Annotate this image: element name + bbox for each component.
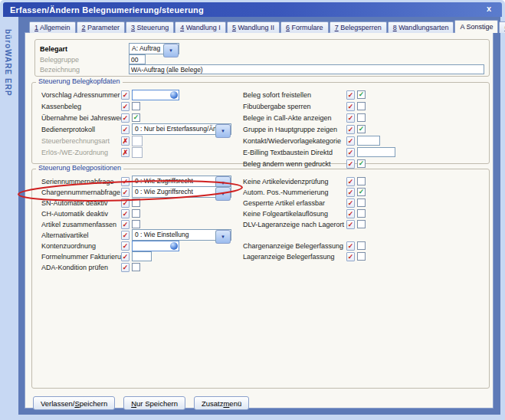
perm-check-icon[interactable]: ✓ [121, 90, 130, 100]
bezeichnung-input[interactable] [129, 64, 484, 74]
checkbox[interactable] [132, 263, 140, 271]
chevron-down-icon[interactable]: ▼ [215, 124, 231, 138]
chevron-down-icon[interactable]: ▼ [163, 44, 179, 57]
checkbox[interactable]: ✓ [357, 90, 366, 99]
vorschlag-adressnummer-input[interactable] [132, 90, 179, 100]
field-label: Keine Artikelevidenzprüfung [243, 178, 346, 185]
tab-sonstige-active[interactable]: A Sonstige [454, 20, 498, 33]
tab-parameter[interactable]: 2 Parameter [77, 21, 126, 33]
perm-check-icon[interactable]: ✓ [346, 177, 355, 186]
form-row: Keine Folgeartikelauflösung ✓ [243, 208, 366, 219]
form-row: Artikel zusammenfassen ✓ [41, 218, 140, 230]
form-row: Übernahme bei Jahreswechsel ✓ ✓ [41, 112, 140, 123]
field-label: Bedienerprotokoll [41, 126, 121, 133]
checkbox[interactable] [357, 220, 366, 228]
perm-check-icon[interactable]: ✓ [121, 102, 130, 111]
ebilling-textbaustein-input[interactable] [357, 147, 395, 157]
checkbox[interactable] [357, 102, 366, 110]
perm-check-icon[interactable]: ✓ [346, 90, 355, 100]
perm-check-icon[interactable]: ✓ [121, 231, 130, 240]
checkbox[interactable] [357, 113, 366, 122]
field-label: Keine Folgeartikelauflösung [243, 210, 346, 218]
field-label: Erlös-/WE-Zuordnung [41, 149, 121, 156]
perm-check-icon[interactable]: ✓ [121, 252, 130, 261]
kontenzuordnung-input[interactable] [132, 241, 179, 251]
perm-check-icon[interactable]: ✓ [121, 113, 130, 123]
perm-check-icon[interactable]: ✓ [121, 125, 130, 134]
checkbox[interactable] [132, 199, 140, 207]
field-label: Belege in Call-Akte anzeigen [243, 114, 346, 122]
perm-check-icon[interactable]: ✓ [346, 102, 355, 111]
zusatzmenu-button[interactable]: Zusatzmenü [194, 396, 249, 410]
field-label: Fibuübergabe sperren [243, 103, 346, 110]
form-row: Beleg sofort freistellen ✓ ✓ [243, 89, 366, 100]
tab-wfl-tb[interactable]: 0 WFL/TB [499, 21, 505, 33]
perm-check-icon[interactable]: ✓ [346, 252, 355, 261]
perm-check-icon[interactable]: ✓ [121, 241, 130, 251]
perm-check-icon[interactable]: ✓ [121, 177, 130, 186]
chargennummernabfrage-dropdown[interactable]: 0 : Wie Zugriffsrecht ▼ [132, 186, 231, 198]
checkbox[interactable] [357, 241, 366, 250]
checkbox[interactable] [357, 199, 366, 207]
field-label: Belegart [40, 45, 129, 53]
perm-check-icon[interactable]: ✓ [121, 220, 130, 229]
form-row: Lageranzeige Belegerfassung ✓ [243, 251, 366, 262]
perm-check-icon[interactable]: ✓ [121, 263, 130, 272]
kontakt-kategorie-input[interactable] [357, 136, 380, 146]
perm-x-icon[interactable]: ✗ [121, 148, 130, 157]
form-row: Belege in Call-Akte anzeigen ✓ [243, 112, 366, 123]
seriennummernabfrage-dropdown[interactable]: 0 : Wie Zugriffsrecht ▼ [132, 176, 231, 187]
tab-wandlungsarten[interactable]: 8 Wandlungsarten [388, 21, 454, 33]
field-label: Gesperrte Artikel erfassbar [243, 199, 346, 207]
tab-wandlung-2[interactable]: 5 Wandlung II [227, 21, 280, 33]
checkbox[interactable] [132, 220, 140, 228]
field-label: ADA-Kondition prüfen [41, 264, 121, 271]
perm-check-icon[interactable]: ✓ [346, 113, 355, 123]
perm-check-icon[interactable]: ✓ [346, 188, 355, 197]
alternativartikel-dropdown[interactable]: 0 : Wie Einstellung ▼ [132, 229, 231, 241]
perm-check-icon[interactable]: ✓ [346, 241, 355, 251]
formelnummer-input[interactable] [132, 251, 152, 261]
checkbox[interactable]: ✓ [357, 188, 366, 196]
tab-formulare[interactable]: 6 Formulare [280, 21, 329, 33]
field-label: Übernahme bei Jahreswechsel [41, 114, 121, 122]
perm-check-icon[interactable]: ✓ [346, 159, 355, 169]
field-label: DLV-Lageranzeige nach Lagerort [243, 221, 346, 228]
perm-check-icon[interactable]: ✓ [346, 136, 355, 146]
lookup-icon[interactable] [170, 91, 178, 99]
checkbox[interactable]: ✓ [357, 159, 366, 168]
belegart-dropdown[interactable]: A: Auftrag ▼ [129, 43, 179, 54]
form-row: Alternativartikel ✓ 0 : Wie Einstellung … [41, 229, 231, 241]
checkbox[interactable]: ✓ [357, 125, 366, 133]
field-label: Autom. Pos.-Nummerierung [243, 189, 346, 196]
verlassen-speichern-button[interactable]: Verlassen/Speichern [33, 396, 115, 410]
lookup-icon[interactable] [170, 242, 178, 250]
tab-steuerung[interactable]: 3 Steuerung [126, 21, 174, 33]
nur-speichern-button[interactable]: Nur Speichern [123, 396, 185, 410]
chevron-down-icon[interactable]: ▼ [215, 187, 231, 201]
perm-check-icon[interactable]: ✓ [346, 209, 355, 218]
perm-check-icon[interactable]: ✓ [121, 209, 130, 218]
perm-check-icon[interactable]: ✓ [346, 199, 355, 208]
checkbox[interactable] [357, 252, 366, 261]
perm-check-icon[interactable]: ✓ [346, 148, 355, 157]
perm-check-icon[interactable]: ✓ [121, 199, 130, 208]
checkbox[interactable] [132, 102, 140, 110]
checkbox[interactable] [357, 177, 366, 185]
bedienerprotokoll-dropdown[interactable]: 0 : Nur bei Ersterfassung/Änderung ▼ [132, 123, 231, 135]
checkbox[interactable]: ✓ [132, 113, 140, 122]
tab-belegsperren[interactable]: 7 Belegsperren [330, 21, 387, 33]
close-icon[interactable]: x [487, 4, 491, 13]
perm-x-icon[interactable]: ✗ [121, 136, 130, 146]
perm-check-icon[interactable]: ✓ [346, 125, 355, 134]
chevron-down-icon[interactable]: ▼ [215, 230, 231, 244]
field-label: Seriennummernabfrage [41, 178, 121, 185]
checkbox[interactable] [132, 209, 140, 218]
perm-check-icon[interactable]: ✓ [346, 220, 355, 229]
checkbox[interactable] [357, 209, 366, 218]
tab-allgemein[interactable]: 1 Allgemein [29, 21, 76, 33]
field-label: Chargennummernabfrage [41, 189, 121, 196]
tab-wandlung-1[interactable]: 4 Wandlung I [175, 21, 226, 33]
form-row: Chargenanzeige Belegerfassung ✓ [243, 240, 366, 251]
perm-check-icon[interactable]: ✓ [121, 188, 130, 197]
